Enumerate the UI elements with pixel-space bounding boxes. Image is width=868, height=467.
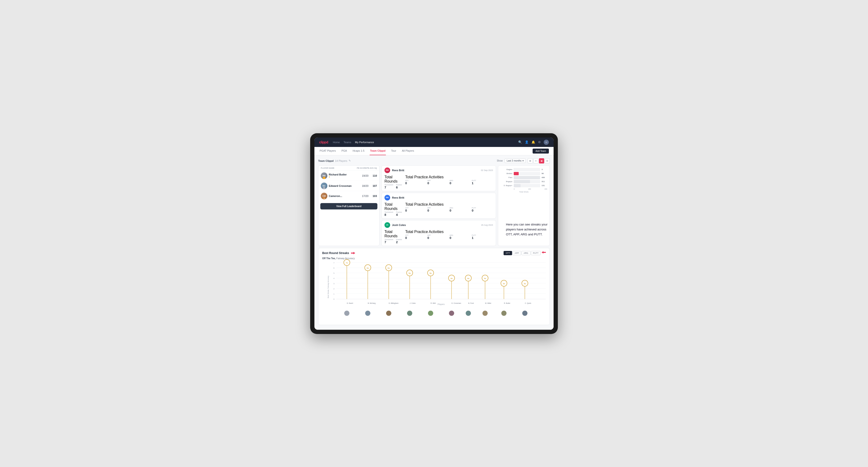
card-player-info: RB Rees Britt (384, 167, 404, 173)
filter-tabs: OTT APP ARG PUTT (503, 251, 546, 255)
subnav-pgat[interactable]: PGAT Players (319, 147, 336, 155)
lb-header-player: PLAYER NAME (321, 167, 357, 169)
filter-ott[interactable]: OTT (503, 251, 512, 255)
subnav-pga[interactable]: PGA (341, 147, 347, 155)
bar-label: Birdies (500, 173, 512, 175)
chart-bar-row: Birdies 96 (500, 172, 547, 175)
streaks-chart: Best Streak, Fairway Accuracy (322, 262, 546, 322)
streaks-title: Best Round Streaks (322, 251, 349, 255)
svg-text:D. Billingham: D. Billingham (389, 302, 398, 304)
bar-chart: Eagles 3 Birdies (500, 168, 547, 187)
subnav-team-clippd[interactable]: Team Clippd (370, 147, 386, 155)
rank-badge: 1 (323, 177, 326, 179)
player-info: EC 2 Edward Crossman (321, 183, 358, 189)
svg-text:4: 4 (334, 277, 335, 280)
chart-bar-row: Pars 499 (500, 176, 547, 179)
bar-value: 311 (541, 181, 547, 183)
search-icon[interactable]: 🔍 (518, 140, 522, 144)
team-header: Team Clippd 14 Players ✎ Show Last 3 mon… (318, 158, 550, 163)
card-player-info: JC Josh Coles (384, 222, 406, 228)
arrow-indicator (351, 252, 356, 254)
subnav-hcaps[interactable]: Hcaps 1-5 (352, 147, 365, 155)
y-axis-label: Best Streak, Fairway Accuracy (328, 286, 329, 298)
activities-section: Total Practice Activities OTT0 APP0 ARG0… (405, 203, 493, 217)
svg-text:E. Crossman: E. Crossman (452, 302, 461, 304)
filter-app[interactable]: APP (513, 251, 521, 255)
pb-score: 18/20 (360, 184, 368, 187)
chart-footer-label: Total Shots (500, 191, 547, 193)
card-stats: Total Rounds Tournament 7 Practice (384, 175, 493, 189)
svg-point-30 (386, 311, 391, 316)
svg-text:3: 3 (334, 283, 335, 285)
lb-header-avg: PB AVG SQ (367, 167, 377, 169)
svg-text:C. Quick: C. Quick (525, 302, 531, 304)
nav-teams[interactable]: Teams (344, 140, 351, 145)
bell-icon[interactable]: 🔔 (531, 140, 535, 144)
svg-text:6: 6 (334, 267, 335, 269)
player-name: Cameron... (329, 195, 342, 197)
filter-putt[interactable]: PUTT (531, 251, 541, 255)
nav-icons: 🔍 👤 🔔 ⚙ U (518, 139, 549, 145)
lb-header-score: PB SCORE (357, 167, 367, 169)
chart-bar-row: D. Bogeys+ 131 (500, 184, 547, 187)
player-card: RB Rees Britt 02 Sep 2023 Total Rounds (381, 165, 496, 191)
streak-svg-chart: 7 6 5 4 3 2 1 0 7x E. Ewert (336, 262, 546, 300)
svg-text:2: 2 (334, 288, 335, 290)
edit-team-icon[interactable]: ✎ (349, 159, 351, 162)
table-row: RB 1 Richard Butler ♥ 19/20 110 (318, 171, 379, 181)
svg-point-60 (501, 311, 506, 316)
bar-label: Eagles (500, 168, 512, 170)
card-header: JC Josh Coles 26 Aug 2023 (384, 222, 493, 228)
list-view-button[interactable]: ≡ (533, 158, 538, 163)
svg-point-35 (407, 311, 412, 316)
bar-track (514, 172, 540, 175)
player-avatar: RB 1 (321, 173, 328, 179)
svg-text:R. Butler: R. Butler (504, 302, 510, 304)
pb-avg: 103 (370, 195, 377, 197)
user-avatar[interactable]: U (544, 139, 549, 145)
add-team-button[interactable]: Add Team (533, 149, 549, 154)
bar-label: D. Bogeys+ (500, 185, 512, 186)
filter-arrow-indicator (541, 251, 546, 254)
chart-bar-row: Eagles 3 (500, 168, 547, 171)
player-name: Edward Crossman (329, 184, 352, 187)
svg-point-50 (466, 311, 471, 316)
svg-text:M. Miller: M. Miller (485, 302, 491, 304)
filter-arg[interactable]: ARG (522, 251, 530, 255)
grid-view-button[interactable]: ⊞ (528, 158, 533, 163)
show-label: Show (497, 159, 503, 162)
svg-text:4x: 4x (484, 277, 486, 280)
nav-home[interactable]: Home (333, 140, 340, 145)
svg-text:5x: 5x (408, 272, 411, 274)
svg-text:5: 5 (334, 272, 335, 274)
show-controls: Show Last 3 months ▾ ⊞ ≡ ▦ ⊟ (497, 158, 550, 163)
svg-text:R. Britt: R. Britt (431, 302, 436, 304)
bar-track (514, 180, 540, 183)
svg-text:6x: 6x (367, 267, 369, 269)
bar-label: Pars (500, 177, 512, 179)
card-view-button[interactable]: ▦ (539, 158, 544, 163)
user-icon[interactable]: 👤 (525, 140, 529, 144)
leaderboard-header: PLAYER NAME PB SCORE PB AVG SQ (318, 165, 379, 171)
rank-badge: 3 (323, 197, 326, 199)
subnav-tour[interactable]: Tour (391, 147, 397, 155)
card-stats: Total Rounds Tournament 7 Practice (384, 230, 493, 244)
view-full-leaderboard-button[interactable]: View Full Leaderboard (320, 203, 377, 210)
card-date: 26 Aug 2023 (481, 224, 493, 226)
rounds-section: Total Rounds Tournament 7 Practice (384, 230, 403, 244)
bar-value: 131 (541, 184, 547, 187)
svg-text:7x: 7x (346, 262, 348, 264)
main-content: Team Clippd 14 Players ✎ Show Last 3 mon… (314, 155, 554, 330)
svg-text:0: 0 (334, 298, 335, 300)
period-dropdown[interactable]: Last 3 months ▾ (504, 158, 526, 163)
annotation-text: Here you can see streaks your players ha… (506, 222, 553, 237)
nav-my-performance[interactable]: My Performance (355, 140, 374, 145)
settings-icon[interactable]: ⚙ (538, 140, 541, 144)
svg-point-55 (483, 311, 488, 316)
player-cards: RB Rees Britt 02 Sep 2023 Total Rounds (381, 165, 496, 246)
subnav-all-players[interactable]: All Players (401, 147, 415, 155)
table-view-button[interactable]: ⊟ (545, 158, 550, 163)
view-toggle: ⊞ ≡ ▦ ⊟ (528, 158, 550, 163)
svg-point-65 (522, 311, 527, 316)
logo: clippd (319, 140, 328, 144)
